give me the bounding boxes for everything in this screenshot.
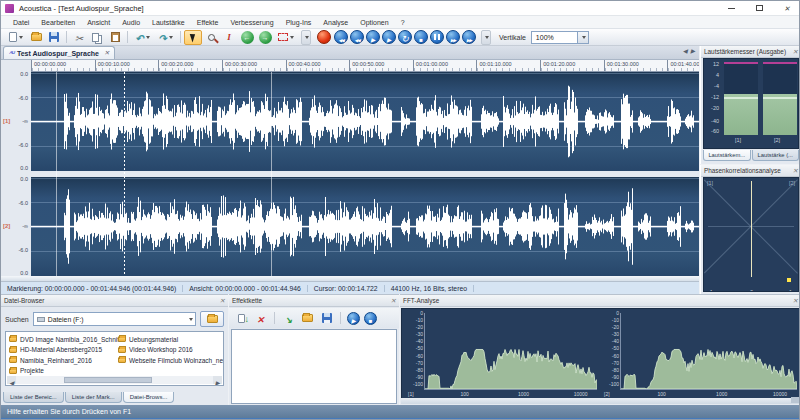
tab-scroll-right-icon[interactable] xyxy=(690,39,695,57)
file-browser-titlebar[interactable]: Datei-Browser xyxy=(1,295,228,307)
pause-icon xyxy=(434,34,440,40)
go-to-start-button[interactable] xyxy=(334,30,348,44)
folder-item[interactable]: DVD Image Namibia_2016_Schnitt xyxy=(9,334,121,345)
save-button[interactable] xyxy=(45,30,63,45)
menu-item[interactable]: Effekte xyxy=(191,18,225,27)
phase-panel-title: Phasenkorrelationsanalyse xyxy=(704,167,781,174)
pause-button[interactable] xyxy=(430,30,444,44)
tab-close-icon[interactable] xyxy=(104,49,109,57)
preview-stop-button[interactable] xyxy=(364,312,377,325)
waveform-file-icon xyxy=(9,50,14,57)
menu-item[interactable]: Verbesserung xyxy=(224,18,279,27)
scroll-right-icon[interactable] xyxy=(213,376,222,384)
menu-item[interactable]: Lautstärke xyxy=(146,18,191,27)
combo-dropdown-button[interactable] xyxy=(185,313,195,325)
ruler-tick-label: 00:01:40.000 xyxy=(667,60,699,71)
bottom-panel-tab[interactable]: Liste der Bereic... xyxy=(3,392,64,403)
tab-scroll-left-icon[interactable] xyxy=(683,39,688,57)
minimize-button[interactable] xyxy=(717,1,745,15)
nav-next-button[interactable]: → xyxy=(256,30,274,45)
add-effect-button[interactable] xyxy=(233,310,250,326)
waveform-channel-2[interactable] xyxy=(31,177,699,276)
effect-chain-titlebar[interactable]: Effektkette xyxy=(229,295,399,307)
selection-mode-button[interactable] xyxy=(274,30,297,45)
menu-item[interactable]: Plug-Ins xyxy=(280,18,318,27)
menu-item[interactable]: Datei xyxy=(7,18,35,27)
effect-chain-list[interactable] xyxy=(231,329,397,404)
panel-close-icon[interactable] xyxy=(391,297,396,305)
apply-chain-button[interactable] xyxy=(280,310,297,326)
vertical-zoom-select[interactable]: 100% xyxy=(531,31,589,44)
fft-panel-titlebar[interactable]: FFT-Analyse xyxy=(400,295,800,307)
folder-item[interactable]: Namibia_Reinhard_2016 xyxy=(9,355,121,366)
cut-button[interactable] xyxy=(70,30,88,45)
fft-bottom-scrollbar[interactable] xyxy=(401,398,800,404)
horizontal-scrollbar[interactable] xyxy=(7,376,222,384)
nav-previous-button[interactable]: ← xyxy=(238,30,256,45)
toolbar-overflow-button[interactable] xyxy=(301,30,311,45)
resize-grip[interactable] xyxy=(791,397,799,403)
folder-item[interactable]: HD-Material Abensberg2015 xyxy=(9,345,121,356)
loudness-meter-titlebar[interactable]: Lautstärkemesser (Ausgabe) xyxy=(701,46,800,58)
channel-1-badge[interactable]: [1] xyxy=(3,118,10,124)
meter-panel-tab[interactable]: Lautstärkem... xyxy=(703,150,751,161)
document-tab[interactable]: Test Audiospur_Sprache xyxy=(3,46,115,59)
record-button[interactable] xyxy=(315,30,333,45)
save-chain-button[interactable] xyxy=(318,310,335,326)
panel-close-icon[interactable] xyxy=(793,297,798,305)
maximize-button[interactable] xyxy=(745,1,773,15)
select-tool-button[interactable] xyxy=(184,30,202,45)
phase-panel-titlebar[interactable]: Phasenkorrelationsanalyse xyxy=(701,165,800,177)
menu-item[interactable]: Analyse xyxy=(317,18,354,27)
remove-effect-button[interactable] xyxy=(252,310,269,326)
panel-close-icon[interactable] xyxy=(793,48,798,56)
bottom-panel-tab[interactable]: Liste der Mark... xyxy=(65,392,122,403)
menu-item[interactable]: Optionen xyxy=(354,18,394,27)
green-left-arrow-icon: ← xyxy=(241,31,254,44)
go-to-end-button[interactable] xyxy=(462,30,476,44)
play-selection-button[interactable] xyxy=(382,30,396,44)
rewind-button[interactable] xyxy=(350,30,364,44)
menu-item[interactable]: Bearbeiten xyxy=(35,18,81,27)
toolbar-separator xyxy=(127,31,128,43)
scrollbar-thumb[interactable] xyxy=(64,377,152,383)
transport-overflow-button[interactable] xyxy=(481,30,491,45)
channel-2-badge[interactable]: [2] xyxy=(3,223,10,229)
folder-item[interactable]: Webseite Filmclub Wolnzach_neu xyxy=(118,355,224,366)
browse-folder-button[interactable] xyxy=(200,311,224,327)
meter-panel-tab[interactable]: Lautstärke (... xyxy=(752,150,800,161)
folder-item[interactable]: Video Workshop 2016 xyxy=(118,345,224,356)
scroll-left-icon[interactable] xyxy=(7,376,16,384)
folder-item[interactable]: Uebungsmaterial xyxy=(118,334,224,345)
paste-button[interactable] xyxy=(106,30,124,45)
folder-item[interactable]: Projekte xyxy=(9,366,121,377)
stop-button[interactable] xyxy=(414,30,428,44)
timeline-ruler[interactable]: 00:00:00.00000:00:10.00000:00:20.00000:0… xyxy=(31,60,699,72)
open-file-button[interactable] xyxy=(27,30,45,45)
location-select[interactable]: Dateien (F:) xyxy=(33,312,196,326)
correlation-marker xyxy=(787,278,791,282)
menu-item[interactable]: ? xyxy=(395,18,411,27)
titlebar[interactable]: Acoustica - [Test Audiospur_Sprache] xyxy=(1,1,800,16)
zoom-tool-button[interactable] xyxy=(202,30,220,45)
panel-close-icon[interactable] xyxy=(793,167,798,175)
close-button[interactable] xyxy=(773,1,800,15)
menu-item[interactable]: Ansicht xyxy=(81,18,116,27)
dropdown-arrow-icon xyxy=(146,36,150,41)
redo-button[interactable] xyxy=(154,30,177,45)
waveform-channel-1[interactable] xyxy=(31,72,699,171)
preview-play-button[interactable] xyxy=(347,312,360,325)
selection-tool-button[interactable]: I xyxy=(220,30,238,45)
undo-button[interactable] xyxy=(131,30,154,45)
fast-forward-button[interactable] xyxy=(446,30,460,44)
loop-button[interactable] xyxy=(398,30,412,44)
load-chain-button[interactable] xyxy=(299,310,316,326)
bottom-panel-tab[interactable]: Datei-Brows... xyxy=(123,392,175,403)
copy-button[interactable] xyxy=(88,30,106,45)
play-button[interactable] xyxy=(366,30,380,44)
combo-dropdown-button[interactable] xyxy=(577,32,588,43)
menu-item[interactable]: Audio xyxy=(116,18,146,27)
save-icon xyxy=(322,313,332,323)
panel-close-icon[interactable] xyxy=(220,297,225,305)
new-file-button[interactable] xyxy=(4,30,27,45)
